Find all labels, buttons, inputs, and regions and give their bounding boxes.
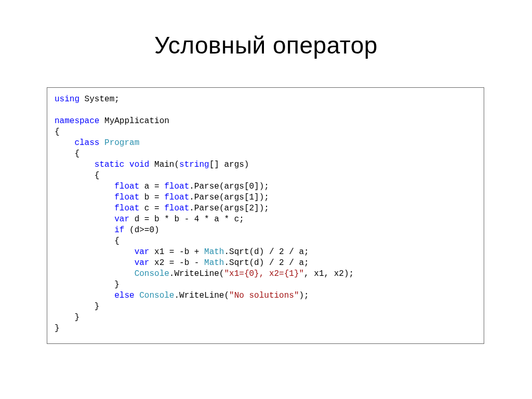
brace: } bbox=[55, 302, 99, 311]
type-console: Console bbox=[135, 269, 169, 278]
type-console: Console bbox=[139, 291, 174, 300]
code-text: b = bbox=[139, 193, 164, 202]
indent bbox=[55, 258, 135, 268]
code-text: System; bbox=[79, 95, 119, 104]
code-text: .Parse(args[2]); bbox=[189, 204, 269, 213]
kw-void: void bbox=[129, 160, 149, 169]
code-text bbox=[124, 160, 129, 169]
type-program: Program bbox=[104, 138, 139, 148]
indent bbox=[55, 215, 114, 224]
code-text: c = bbox=[139, 204, 164, 213]
kw-float: float bbox=[114, 204, 139, 213]
code-text: a = bbox=[139, 182, 164, 191]
code-text: MyApplication bbox=[99, 116, 169, 126]
kw-using: using bbox=[55, 95, 79, 104]
brace: { bbox=[55, 149, 79, 158]
brace: } bbox=[55, 313, 79, 322]
code-text: .WriteLine( bbox=[174, 291, 229, 300]
code-text bbox=[135, 291, 140, 300]
code-text: d = b * b - 4 * a * c; bbox=[129, 215, 244, 224]
code-text: ); bbox=[299, 291, 309, 300]
kw-static: static bbox=[95, 160, 125, 169]
kw-var: var bbox=[135, 258, 150, 268]
brace: { bbox=[55, 171, 99, 180]
kw-namespace: namespace bbox=[55, 116, 99, 126]
indent bbox=[55, 225, 114, 235]
type-math: Math bbox=[204, 258, 224, 268]
code-text: , x1, x2); bbox=[304, 269, 354, 278]
code-text: .Sqrt(d) / 2 / a; bbox=[224, 258, 309, 268]
indent bbox=[55, 291, 114, 300]
indent bbox=[55, 160, 95, 169]
code-text: x1 = -b + bbox=[149, 247, 204, 257]
brace: { bbox=[55, 127, 60, 137]
code-text: .WriteLine( bbox=[169, 269, 224, 278]
kw-else: else bbox=[114, 291, 134, 300]
kw-var: var bbox=[114, 215, 129, 224]
code-block: using System; namespace MyApplication { … bbox=[55, 94, 476, 334]
type-math: Math bbox=[204, 247, 224, 257]
indent bbox=[55, 193, 114, 202]
kw-class: class bbox=[74, 138, 99, 148]
string-literal: "x1={0}, x2={1}" bbox=[224, 269, 304, 278]
code-text: (d>=0) bbox=[124, 225, 159, 235]
kw-float: float bbox=[164, 204, 189, 213]
slide-title: Условный оператор bbox=[0, 31, 532, 59]
slide: Условный оператор using System; namespac… bbox=[0, 0, 532, 399]
indent bbox=[55, 138, 74, 148]
code-text bbox=[99, 138, 104, 148]
code-text: Main( bbox=[149, 160, 179, 169]
kw-float: float bbox=[114, 193, 139, 202]
kw-if: if bbox=[114, 225, 124, 235]
indent bbox=[55, 182, 114, 191]
kw-float: float bbox=[114, 182, 139, 191]
indent bbox=[55, 247, 135, 257]
string-literal: "No solutions" bbox=[229, 291, 299, 300]
brace: } bbox=[55, 324, 60, 333]
code-text: .Parse(args[0]); bbox=[189, 182, 269, 191]
brace: { bbox=[55, 236, 119, 246]
kw-float: float bbox=[164, 182, 189, 191]
kw-float: float bbox=[164, 193, 189, 202]
indent bbox=[55, 269, 135, 278]
kw-var: var bbox=[135, 247, 150, 257]
code-text: x2 = -b - bbox=[149, 258, 204, 268]
code-box: using System; namespace MyApplication { … bbox=[47, 87, 484, 344]
code-text: [] args) bbox=[209, 160, 249, 169]
indent bbox=[55, 204, 114, 213]
brace: } bbox=[55, 280, 119, 289]
kw-string: string bbox=[179, 160, 209, 169]
code-text: .Sqrt(d) / 2 / a; bbox=[224, 247, 309, 257]
code-text: .Parse(args[1]); bbox=[189, 193, 269, 202]
